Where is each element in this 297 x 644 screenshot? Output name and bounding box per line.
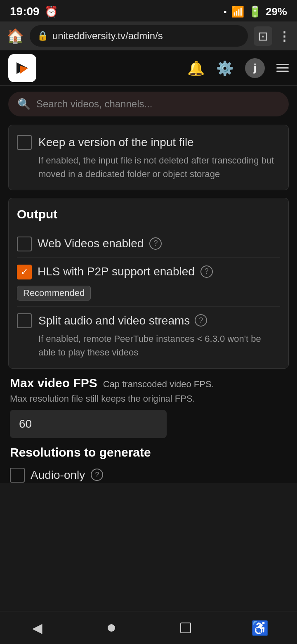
- hls-row: ✓ HLS with P2P support enabled ? Recomme…: [17, 263, 280, 300]
- split-streams-label: Split audio and video streams: [38, 313, 190, 329]
- hamburger-icon[interactable]: [276, 64, 289, 72]
- home-icon[interactable]: 🏠: [7, 28, 24, 44]
- audio-only-row: Audio-only ?: [10, 467, 287, 483]
- audio-only-checkbox[interactable]: [10, 468, 25, 483]
- notification-icon[interactable]: 🔔: [187, 60, 205, 76]
- web-videos-row: Web Videos enabled ?: [17, 235, 280, 251]
- search-area: 🔍 Search videos, channels...: [0, 86, 297, 125]
- fps-input[interactable]: [10, 410, 167, 438]
- split-streams-desc: If enabled, remote PeerTube instances < …: [38, 332, 280, 359]
- search-box[interactable]: 🔍 Search videos, channels...: [8, 92, 289, 116]
- web-videos-checkbox[interactable]: [17, 237, 32, 251]
- signal-dot: ●: [223, 8, 226, 15]
- signal-icon: 📶: [231, 5, 244, 18]
- split-streams-help-icon[interactable]: ?: [195, 314, 207, 327]
- recommended-badge: Recommended: [17, 286, 91, 301]
- web-videos-item: Web Videos enabled ?: [17, 230, 280, 258]
- user-avatar[interactable]: j: [245, 58, 265, 78]
- output-section: Output Web Videos enabled ? ✓ HLS with P…: [8, 198, 289, 369]
- search-icon: 🔍: [17, 98, 31, 111]
- keep-input-file-row: Keep a version of the input file If enab…: [17, 134, 280, 181]
- output-section-title: Output: [17, 207, 280, 221]
- lock-icon: 🔒: [37, 31, 48, 41]
- url-text: uniteddiversity.tv/admin/s: [52, 30, 240, 42]
- keep-input-file-card: Keep a version of the input file If enab…: [8, 125, 289, 190]
- split-streams-item: Split audio and video streams ? If enabl…: [17, 307, 280, 359]
- hls-help-icon[interactable]: ?: [200, 265, 213, 278]
- keep-input-file-checkbox[interactable]: [17, 135, 32, 150]
- url-box[interactable]: 🔒 uniteddiversity.tv/admin/s: [30, 25, 248, 47]
- recents-button[interactable]: [173, 616, 198, 640]
- battery-icon: 🔋: [248, 5, 262, 18]
- hls-label: HLS with P2P support enabled: [38, 263, 195, 279]
- browser-bar: 🏠 🔒 uniteddiversity.tv/admin/s ⊡ ⋮: [0, 21, 297, 50]
- back-button[interactable]: ◀: [25, 616, 50, 640]
- battery-level: 29%: [266, 5, 287, 18]
- split-streams-checkbox[interactable]: [17, 313, 32, 328]
- resolutions-title: Resolutions to generate: [10, 445, 287, 459]
- accessibility-button[interactable]: ♿: [248, 616, 272, 640]
- hls-item: ✓ HLS with P2P support enabled ? Recomme…: [17, 258, 280, 306]
- audio-only-label: Audio-only: [31, 467, 85, 483]
- cast-icon[interactable]: ⊡: [254, 26, 272, 46]
- keep-input-file-label: Keep a version of the input file: [38, 134, 280, 150]
- status-bar: 19:09 ⏰ ● 📶 🔋 29%: [0, 0, 297, 21]
- web-videos-help-icon[interactable]: ?: [149, 237, 162, 250]
- settings-icon[interactable]: ⚙️: [216, 60, 233, 76]
- web-videos-label: Web Videos enabled: [38, 235, 144, 251]
- browser-menu-icon[interactable]: ⋮: [278, 29, 290, 43]
- fps-subtitle: Cap transcoded video FPS.: [103, 379, 214, 390]
- home-button[interactable]: [99, 616, 124, 640]
- fps-desc: Max resolution file still keeps the orig…: [10, 393, 287, 404]
- svg-marker-1: [20, 66, 28, 74]
- fps-title: Max video FPS: [10, 376, 97, 390]
- header-icons: 🔔 ⚙️ j: [187, 58, 289, 78]
- app-logo: [8, 54, 36, 82]
- nav-bar: ◀ ♿: [0, 611, 297, 644]
- main-content: Keep a version of the input file If enab…: [0, 125, 297, 483]
- alarm-icon: ⏰: [45, 5, 58, 18]
- resolutions-section: Resolutions to generate Audio-only ?: [8, 445, 289, 483]
- audio-only-help-icon[interactable]: ?: [91, 469, 103, 481]
- status-time: 19:09: [10, 5, 40, 18]
- keep-input-file-desc: If enabled, the input file is not delete…: [38, 154, 280, 181]
- app-header: 🔔 ⚙️ j: [0, 50, 297, 86]
- fps-title-row: Max video FPS Cap transcoded video FPS.: [10, 376, 287, 390]
- search-placeholder: Search videos, channels...: [36, 98, 153, 110]
- split-streams-row: Split audio and video streams ? If enabl…: [17, 313, 280, 359]
- fps-section: Max video FPS Cap transcoded video FPS. …: [8, 376, 289, 438]
- hls-checkbox[interactable]: ✓: [17, 265, 32, 279]
